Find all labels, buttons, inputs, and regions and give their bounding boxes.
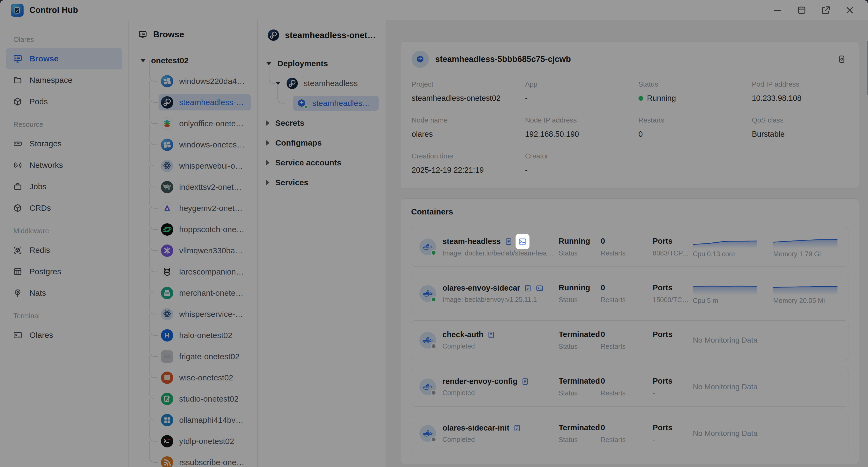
container-terminal-button[interactable] bbox=[516, 234, 529, 249]
screen-dim-overlay bbox=[0, 0, 868, 467]
